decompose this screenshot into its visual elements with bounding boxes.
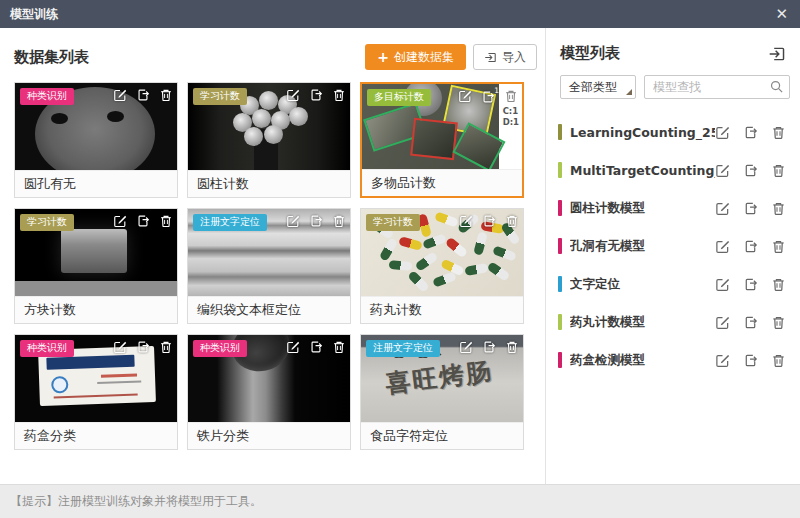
edit-icon[interactable] <box>113 88 127 102</box>
copy-icon[interactable] <box>482 340 496 354</box>
copy-icon[interactable] <box>309 340 323 354</box>
dataset-card[interactable]: 种类识别 铁片分类 <box>187 334 351 450</box>
dataset-card[interactable]: 学习计数 圆柱计数 <box>187 82 351 198</box>
delete-icon[interactable] <box>505 214 519 228</box>
model-list-item[interactable]: 药丸计数模型 <box>558 303 790 341</box>
model-list-item[interactable]: MultiTargetCounting_25... <box>558 151 790 189</box>
search-icon[interactable] <box>769 79 784 94</box>
copy-icon[interactable] <box>743 277 758 292</box>
status-bar: 【提示】注册模型训练对象并将模型用于工具。 <box>0 484 800 518</box>
model-color-bar <box>558 276 562 292</box>
dataset-type-badge: 注册文字定位 <box>366 340 440 357</box>
edit-icon[interactable] <box>715 277 730 292</box>
copy-count-badge: 1 <box>494 86 499 95</box>
model-color-bar <box>558 352 562 368</box>
dataset-card[interactable]: 学习计数 药丸计数 <box>360 208 524 324</box>
dataset-thumbnail: 种类识别 <box>188 335 350 422</box>
edit-icon[interactable] <box>715 163 730 178</box>
copy-icon[interactable] <box>743 239 758 254</box>
delete-icon[interactable] <box>771 239 786 254</box>
delete-icon[interactable] <box>771 125 786 140</box>
copy-icon[interactable] <box>309 88 323 102</box>
edit-icon[interactable] <box>715 201 730 216</box>
delete-icon[interactable] <box>505 340 519 354</box>
delete-icon[interactable] <box>159 214 173 228</box>
dataset-type-badge: 注册文字定位 <box>193 214 267 231</box>
dataset-card[interactable]: 种类识别 药盒分类 <box>14 334 178 450</box>
dataset-title: 多物品计数 <box>362 169 522 196</box>
dataset-title: 药盒分类 <box>15 422 177 449</box>
dataset-card[interactable]: 注册文字定位 编织袋文本框定位 <box>187 208 351 324</box>
model-name: MultiTargetCounting_25... <box>570 163 715 178</box>
edit-icon[interactable] <box>286 340 300 354</box>
model-type-dropdown[interactable]: 全部类型 <box>560 75 636 99</box>
dialog-content: 数据集列表 + 创建数据集 导入 种类 <box>0 28 800 484</box>
delete-icon[interactable] <box>771 315 786 330</box>
delete-icon[interactable] <box>332 214 346 228</box>
delete-icon[interactable] <box>332 340 346 354</box>
dataset-type-badge: 学习计数 <box>193 88 247 105</box>
dataset-list-heading: 数据集列表 <box>14 48 89 67</box>
delete-icon[interactable] <box>771 163 786 178</box>
dataset-card[interactable]: 喜旺烤肠 注册文字定位 食品字符定位 <box>360 334 524 450</box>
dataset-card[interactable]: 学习计数 方块计数 <box>14 208 178 324</box>
model-name: 药盒检测模型 <box>570 352 715 369</box>
edit-icon[interactable] <box>113 340 127 354</box>
delete-icon[interactable] <box>159 88 173 102</box>
edit-icon[interactable] <box>458 89 472 103</box>
import-dataset-button[interactable]: 导入 <box>473 44 537 70</box>
copy-icon[interactable] <box>309 214 323 228</box>
edit-icon[interactable] <box>113 214 127 228</box>
create-dataset-button[interactable]: + 创建数据集 <box>365 44 466 70</box>
model-training-dialog: 模型训练 ✕ 数据集列表 + 创建数据集 导入 <box>0 0 800 518</box>
close-icon[interactable]: ✕ <box>775 7 788 22</box>
copy-icon[interactable] <box>743 125 758 140</box>
edit-icon[interactable] <box>286 88 300 102</box>
copy-icon[interactable] <box>743 353 758 368</box>
model-list-item[interactable]: LearningCounting_25080... <box>558 113 790 151</box>
edit-icon[interactable] <box>715 353 730 368</box>
copy-icon[interactable] <box>136 88 150 102</box>
copy-icon[interactable] <box>743 201 758 216</box>
dataset-card-selected[interactable]: 多目标计数 1 C:1 D:1 <box>360 82 524 198</box>
copy-icon[interactable] <box>136 214 150 228</box>
delete-icon[interactable] <box>504 89 518 103</box>
edit-icon[interactable] <box>286 214 300 228</box>
copy-icon[interactable] <box>482 214 496 228</box>
delete-icon[interactable] <box>332 88 346 102</box>
delete-icon[interactable] <box>159 340 173 354</box>
import-model-icon[interactable] <box>768 45 786 63</box>
dataset-panel: 数据集列表 + 创建数据集 导入 种类 <box>0 28 545 484</box>
model-name: 孔洞有无模型 <box>570 238 715 255</box>
delete-icon[interactable] <box>771 201 786 216</box>
model-list-item[interactable]: 圆柱计数模型 <box>558 189 790 227</box>
dataset-type-badge: 种类识别 <box>193 340 247 357</box>
dataset-title: 药丸计数 <box>361 296 523 323</box>
model-color-bar <box>558 314 562 330</box>
dataset-type-badge: 种类识别 <box>20 340 74 357</box>
model-list-item[interactable]: 孔洞有无模型 <box>558 227 790 265</box>
edit-icon[interactable] <box>459 340 473 354</box>
dataset-thumbnail: 注册文字定位 <box>188 209 350 296</box>
edit-icon[interactable] <box>715 239 730 254</box>
copy-icon[interactable] <box>743 163 758 178</box>
edit-icon[interactable] <box>715 125 730 140</box>
dataset-title: 圆孔有无 <box>15 170 177 197</box>
delete-icon[interactable] <box>771 277 786 292</box>
import-dataset-label: 导入 <box>502 49 526 66</box>
copy-icon[interactable] <box>743 315 758 330</box>
model-name: 圆柱计数模型 <box>570 200 715 217</box>
dataset-card[interactable]: 种类识别 圆孔有无 <box>14 82 178 198</box>
dataset-type-badge: 种类识别 <box>20 88 74 105</box>
dataset-thumbnail: 种类识别 <box>15 83 177 170</box>
edit-icon[interactable] <box>459 214 473 228</box>
dataset-grid: 种类识别 圆孔有无 <box>14 82 545 450</box>
edit-icon[interactable] <box>715 315 730 330</box>
dataset-thumbnail: 学习计数 <box>188 83 350 170</box>
delete-icon[interactable] <box>771 353 786 368</box>
model-color-bar <box>558 162 562 178</box>
copy-icon[interactable] <box>481 90 495 104</box>
model-list-item[interactable]: 药盒检测模型 <box>558 341 790 379</box>
copy-icon[interactable] <box>136 340 150 354</box>
model-list-item[interactable]: 文字定位 <box>558 265 790 303</box>
